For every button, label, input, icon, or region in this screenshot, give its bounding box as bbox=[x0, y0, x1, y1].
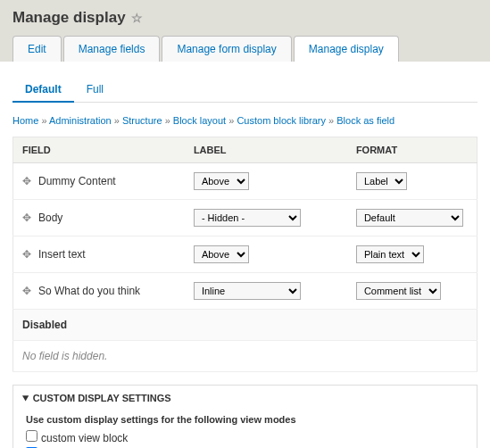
tab-edit[interactable]: Edit bbox=[12, 36, 62, 62]
crumb-home[interactable]: Home bbox=[12, 115, 38, 126]
tab-manage-display[interactable]: Manage display bbox=[294, 36, 399, 62]
label-select[interactable]: Above bbox=[194, 172, 249, 190]
custom-display-subheading: Use custom display settings for the foll… bbox=[26, 414, 464, 425]
field-name: Body bbox=[38, 212, 62, 224]
crumb-structure[interactable]: Structure bbox=[122, 115, 162, 126]
field-display-table: FIELD LABEL FORMAT ✥Dummy Content Above … bbox=[12, 137, 478, 372]
label-select[interactable]: - Hidden - bbox=[194, 209, 301, 227]
label-select[interactable]: Inline bbox=[194, 282, 301, 300]
table-row: ✥Insert text Above Plain text bbox=[13, 236, 478, 273]
disabled-heading: Disabled bbox=[13, 310, 478, 341]
th-format: FORMAT bbox=[347, 137, 478, 163]
field-name: Insert text bbox=[38, 248, 86, 261]
label-select[interactable]: Above bbox=[194, 245, 249, 263]
drag-handle-icon[interactable]: ✥ bbox=[22, 212, 31, 224]
drag-handle-icon[interactable]: ✥ bbox=[22, 248, 31, 261]
mode-checkbox-custom-view-block[interactable]: custom view block bbox=[26, 430, 464, 444]
table-row: ✥Dummy Content Above Label bbox=[13, 163, 478, 200]
disabled-note: No field is hidden. bbox=[13, 341, 478, 372]
star-icon[interactable]: ☆ bbox=[131, 11, 143, 25]
secondary-tabs: Default Full bbox=[12, 76, 478, 103]
breadcrumb: Home » Administration » Structure » Bloc… bbox=[12, 115, 478, 126]
format-select[interactable]: Plain text bbox=[356, 245, 424, 263]
crumb-administration[interactable]: Administration bbox=[49, 115, 112, 126]
format-select[interactable]: Label bbox=[356, 172, 407, 190]
crumb-block-layout[interactable]: Block layout bbox=[173, 115, 226, 126]
mode-label: custom view block bbox=[41, 432, 128, 444]
tab-manage-form-display[interactable]: Manage form display bbox=[162, 36, 291, 62]
page-title: Manage display bbox=[12, 9, 126, 26]
custom-display-summary[interactable]: CUSTOM DISPLAY SETTINGS bbox=[13, 386, 477, 411]
custom-display-settings[interactable]: CUSTOM DISPLAY SETTINGS Use custom displ… bbox=[12, 385, 478, 448]
table-row: ✥Body - Hidden - Default bbox=[13, 200, 478, 236]
drag-handle-icon[interactable]: ✥ bbox=[22, 175, 31, 187]
th-field: FIELD bbox=[13, 137, 185, 163]
field-name: So What do you think bbox=[38, 285, 140, 297]
disabled-note-row: No field is hidden. bbox=[13, 341, 478, 372]
table-row: ✥So What do you think Inline Comment lis… bbox=[13, 273, 478, 310]
format-select[interactable]: Comment list bbox=[356, 282, 441, 300]
drag-handle-icon[interactable]: ✥ bbox=[22, 285, 31, 297]
disabled-section-row: Disabled bbox=[13, 310, 478, 341]
format-select[interactable]: Default bbox=[356, 209, 463, 227]
subtab-default[interactable]: Default bbox=[12, 76, 74, 103]
checkbox-input[interactable] bbox=[26, 430, 37, 442]
tab-manage-fields[interactable]: Manage fields bbox=[63, 36, 161, 62]
field-name: Dummy Content bbox=[38, 175, 116, 187]
crumb-custom-block-library[interactable]: Custom block library bbox=[237, 115, 326, 126]
subtab-full[interactable]: Full bbox=[74, 76, 116, 102]
th-label: LABEL bbox=[185, 137, 347, 163]
primary-tabs: Edit Manage fields Manage form display M… bbox=[12, 36, 478, 62]
crumb-block-as-field[interactable]: Block as field bbox=[336, 115, 394, 126]
